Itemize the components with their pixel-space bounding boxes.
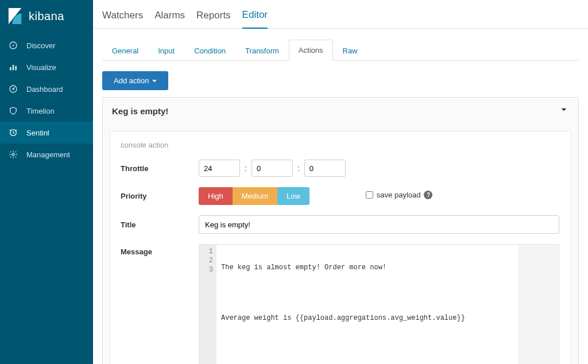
code-line: Average weight is {{payload.aggregations… [221, 313, 514, 323]
sidebar-item-timelion[interactable]: Timelion [0, 100, 93, 122]
sidebar-item-label: Timelion [26, 107, 55, 115]
time-separator: : [245, 164, 247, 173]
top-tabs: Watchers Alarms Reports Editor [93, 0, 588, 29]
main-content: Watchers Alarms Reports Editor General I… [93, 0, 588, 364]
add-action-button[interactable]: Add action [102, 71, 168, 90]
throttle-hours-input[interactable] [199, 160, 240, 177]
editor-gutter: 123 [199, 245, 216, 364]
svg-rect-3 [13, 65, 14, 70]
sidebar-nav: Discover Visualize Dashboard Timelion [0, 34, 93, 165]
svg-marker-1 [12, 44, 14, 47]
sidebar-item-label: Dashboard [26, 85, 63, 94]
sidebar: kibana Discover Visualize Dashboard [0, 0, 93, 364]
title-label: Title [121, 220, 199, 229]
svg-rect-2 [10, 67, 11, 70]
subtab-actions[interactable]: Actions [289, 40, 333, 61]
time-separator: : [297, 164, 300, 173]
priority-row: Priority High Medium Low save payload [121, 187, 560, 205]
action-type-label: console action [121, 141, 560, 149]
svg-point-6 [13, 88, 14, 90]
brand-logo: kibana [0, 0, 93, 34]
subtab-condition[interactable]: Condition [184, 40, 235, 61]
shield-icon [8, 106, 18, 116]
gauge-icon [8, 84, 18, 94]
action-panel-body: console action Throttle : : [103, 124, 578, 364]
brand-name: kibana [29, 10, 64, 23]
app-root: kibana Discover Visualize Dashboard [0, 0, 588, 364]
code-line [221, 288, 514, 297]
chevron-down-icon [559, 104, 569, 117]
sidebar-item-label: Discover [26, 41, 56, 50]
editor-subtabs: General Input Condition Transform Action… [102, 39, 579, 61]
tab-watchers[interactable]: Watchers [102, 10, 143, 28]
priority-high-button[interactable]: High [199, 187, 233, 205]
editor-content: General Input Condition Transform Action… [93, 29, 588, 364]
priority-label: Priority [121, 192, 199, 200]
action-form: console action Throttle : : [110, 131, 571, 364]
subtab-transform[interactable]: Transform [235, 40, 289, 61]
clock-icon [8, 127, 18, 138]
message-editor[interactable]: 123 The keg is almost empty! Order more … [199, 244, 559, 364]
title-input[interactable] [199, 215, 559, 234]
kibana-logo-icon [8, 8, 23, 24]
subtab-general[interactable]: General [102, 40, 148, 61]
throttle-row: Throttle : : [121, 160, 560, 177]
tab-alarms[interactable]: Alarms [154, 10, 185, 28]
code-line [221, 339, 514, 348]
action-panel-title: Keg is empty! [112, 106, 168, 116]
priority-medium-button[interactable]: Medium [233, 187, 277, 205]
title-row: Title [121, 215, 560, 234]
tab-reports[interactable]: Reports [196, 10, 231, 28]
editor-minimap [519, 245, 559, 364]
sidebar-item-management[interactable]: Management [0, 144, 93, 165]
action-panel: Keg is empty! console action Throttle [102, 97, 579, 364]
sidebar-item-visualize[interactable]: Visualize [0, 56, 93, 78]
priority-low-button[interactable]: Low [277, 187, 310, 205]
priority-toggle-group: High Medium Low [199, 187, 310, 205]
add-action-label: Add action [114, 76, 149, 85]
throttle-fields: : : [199, 160, 560, 177]
throttle-label: Throttle [121, 164, 199, 173]
gear-icon [8, 149, 18, 160]
save-payload-label: save payload [377, 191, 421, 199]
chevron-down-icon [152, 80, 157, 82]
subtab-input[interactable]: Input [148, 40, 184, 61]
help-icon[interactable]: ? [424, 191, 432, 199]
priority-fields: High Medium Low save payload ? [199, 187, 560, 205]
code-line: The keg is almost empty! Order more now! [221, 263, 514, 272]
tab-editor[interactable]: Editor [242, 9, 268, 29]
sidebar-item-label: Management [26, 150, 70, 159]
save-payload-field[interactable]: save payload ? [366, 191, 433, 199]
bar-chart-icon [8, 62, 18, 72]
throttle-minutes-input[interactable] [252, 160, 293, 177]
action-panel-header[interactable]: Keg is empty! [103, 98, 578, 124]
message-row: Message 123 The keg is almost empty! Ord… [121, 244, 560, 364]
save-payload-checkbox[interactable] [366, 191, 373, 199]
sidebar-item-dashboard[interactable]: Dashboard [0, 78, 93, 100]
sidebar-item-discover[interactable]: Discover [0, 34, 93, 56]
compass-icon [8, 40, 18, 51]
subtab-raw[interactable]: Raw [333, 40, 368, 61]
sidebar-item-sentinl[interactable]: Sentinl [0, 122, 93, 144]
svg-point-8 [12, 153, 14, 156]
sidebar-item-label: Visualize [26, 63, 56, 72]
svg-rect-4 [15, 66, 17, 70]
throttle-seconds-input[interactable] [304, 160, 346, 177]
editor-lines[interactable]: The keg is almost empty! Order more now!… [216, 245, 519, 364]
message-label: Message [121, 244, 199, 256]
sidebar-item-label: Sentinl [26, 129, 49, 137]
